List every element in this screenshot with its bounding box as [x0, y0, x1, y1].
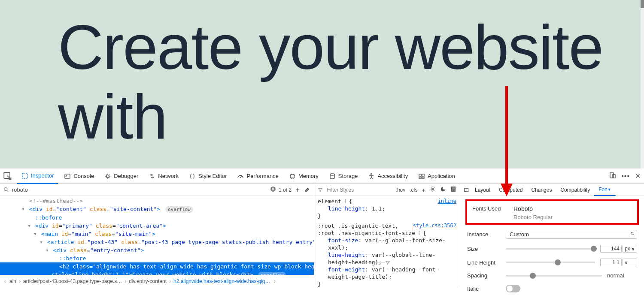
- filter-icon: [318, 187, 323, 193]
- svg-point-6: [371, 173, 372, 175]
- kebab-menu-icon[interactable]: •••: [621, 172, 630, 180]
- tab-compatibility[interactable]: Compatibility: [556, 184, 594, 196]
- dom-node[interactable]: <!--#masthead-->: [0, 197, 314, 205]
- tab-inspector[interactable]: Inspector: [17, 169, 58, 184]
- source-link[interactable]: style.css:3562: [413, 222, 456, 229]
- side-tabs-collapse-icon[interactable]: [462, 187, 471, 193]
- instance-select[interactable]: Custom: [506, 230, 637, 239]
- tab-fonts[interactable]: Fon ▼: [594, 184, 616, 196]
- dom-node[interactable]: ▾ <div id="content" class="site-content"…: [0, 205, 314, 214]
- spacing-row: Spacing normal: [467, 272, 637, 279]
- svg-rect-10: [422, 177, 424, 178]
- dom-node[interactable]: <h2 class="alignwide has-text-align-wide…: [0, 262, 314, 275]
- dom-node[interactable]: ::before: [0, 214, 314, 222]
- tab-application[interactable]: Application: [414, 169, 459, 184]
- devtools-tabbar: Inspector Console Debugger Network Style…: [0, 169, 644, 184]
- breadcrumb-item[interactable]: h2.alignwide.has-text-align-wide.has-gig…: [173, 278, 271, 284]
- svg-rect-8: [422, 174, 424, 176]
- tab-network[interactable]: Network: [144, 169, 183, 184]
- breadcrumb-item[interactable]: article#post-43.post-43.page.type-page.s…: [22, 278, 123, 284]
- dark-theme-icon[interactable]: [440, 186, 446, 193]
- new-rule-icon[interactable]: +: [422, 186, 425, 193]
- size-unit-select[interactable]: px ⇅: [623, 245, 637, 253]
- search-result-count: 1 of 2: [279, 187, 292, 193]
- devtools-body: 1 of 2 + <!--#masthead-->▾ <div id="cont…: [0, 184, 644, 287]
- tab-accessibility[interactable]: Accessibility: [364, 169, 412, 184]
- svg-point-3: [106, 175, 109, 178]
- svg-rect-17: [465, 188, 468, 192]
- search-icon: [3, 187, 9, 193]
- viewport-scrollbar-thumb[interactable]: [641, 0, 644, 8]
- svg-point-5: [330, 174, 334, 175]
- chevron-down-icon: ▼: [608, 187, 611, 192]
- filter-styles-input[interactable]: [327, 187, 392, 193]
- css-rule[interactable]: style.css:3562:root .is-gigantic-text, :…: [318, 222, 456, 287]
- page-heading: Create your website with: [58, 13, 644, 151]
- styles-panel: :hov .cls + inlineelement ⦙ {line-height…: [314, 184, 460, 287]
- dom-node[interactable]: ▾ <div id="primary" class="content-area"…: [0, 222, 314, 230]
- spacing-slider[interactable]: [506, 275, 602, 277]
- side-panel-tabs: Layout Computed Changes Compatibility Fo…: [460, 184, 644, 196]
- element-picker-icon[interactable]: [3, 172, 12, 181]
- hov-toggle[interactable]: :hov: [396, 187, 406, 193]
- tab-changes[interactable]: Changes: [527, 184, 556, 196]
- dom-search-bar: 1 of 2 +: [0, 184, 314, 196]
- size-value-input[interactable]: 144: [600, 245, 622, 253]
- italic-toggle[interactable]: [506, 285, 520, 292]
- responsive-mode-icon[interactable]: [609, 172, 616, 181]
- line-height-row: Line Height 1.1 ⇅: [467, 259, 637, 266]
- tab-performance[interactable]: Performance: [233, 169, 283, 184]
- size-row: Size 144 px ⇅: [467, 245, 637, 253]
- cls-toggle[interactable]: .cls: [410, 187, 417, 193]
- breadcrumb-item[interactable]: ain: [9, 278, 17, 284]
- print-styles-icon[interactable]: [450, 186, 456, 193]
- tab-layout[interactable]: Layout: [471, 184, 495, 196]
- svg-point-15: [431, 188, 434, 190]
- breadcrumb-item[interactable]: div.entry-content: [128, 278, 167, 284]
- dom-tree[interactable]: <!--#masthead-->▾ <div id="content" clas…: [0, 196, 314, 275]
- dom-node[interactable]: ▾ <div class="entry-content">: [0, 246, 314, 254]
- svg-rect-4: [291, 175, 294, 178]
- dom-node[interactable]: ▾ <article id="post-43" class="post-43 p…: [0, 238, 314, 246]
- page-viewport: Create your website with: [0, 0, 644, 169]
- twisty-icon[interactable]: ▾: [39, 238, 44, 246]
- add-element-icon[interactable]: +: [294, 187, 301, 193]
- tab-debugger[interactable]: Debugger: [100, 169, 143, 184]
- twisty-icon[interactable]: ▾: [27, 222, 32, 230]
- svg-rect-12: [613, 175, 615, 178]
- size-slider[interactable]: [506, 248, 595, 250]
- overflow-badge[interactable]: overflow: [258, 272, 286, 275]
- tab-computed[interactable]: Computed: [495, 184, 527, 196]
- spacing-value: normal: [607, 272, 637, 279]
- styles-rules[interactable]: inlineelement ⦙ {line-height: 1.1;}style…: [314, 196, 460, 287]
- twisty-icon[interactable]: ▾: [21, 205, 26, 213]
- line-height-value-input[interactable]: 1.1: [600, 259, 622, 266]
- fonts-used-box: Fonts Used Roboto Roboto Regular: [465, 199, 639, 225]
- tab-storage[interactable]: Storage: [325, 169, 362, 184]
- overflow-badge[interactable]: overflow: [165, 206, 193, 213]
- light-theme-icon[interactable]: [430, 186, 436, 193]
- eyedropper-icon[interactable]: [304, 187, 310, 193]
- breadcrumb: ‹ ain › article#post-43.post-43.page.typ…: [0, 275, 314, 287]
- dom-search-input[interactable]: [12, 187, 267, 193]
- close-devtools-icon[interactable]: ✕: [635, 172, 641, 180]
- styles-toolbar: :hov .cls +: [314, 184, 460, 196]
- instance-row: Instance Custom: [467, 230, 637, 239]
- line-height-slider[interactable]: [506, 262, 595, 263]
- css-rule[interactable]: inlineelement ⦙ {line-height: 1.1;}: [318, 198, 456, 220]
- svg-rect-11: [610, 173, 614, 178]
- source-link[interactable]: inline: [438, 198, 456, 205]
- line-height-unit-select[interactable]: ⇅: [623, 259, 637, 266]
- tab-memory[interactable]: Memory: [285, 169, 323, 184]
- tab-style-editor[interactable]: Style Editor: [185, 169, 231, 184]
- breadcrumb-next-icon[interactable]: ›: [271, 278, 278, 284]
- dom-node[interactable]: ::before: [0, 254, 314, 262]
- twisty-icon[interactable]: ▾: [33, 230, 38, 238]
- viewport-scrollbar-track[interactable]: [641, 0, 644, 169]
- twisty-icon[interactable]: ▾: [46, 246, 50, 254]
- tab-console[interactable]: Console: [60, 169, 98, 184]
- svg-rect-2: [65, 174, 70, 178]
- clear-search-icon[interactable]: [270, 186, 276, 194]
- dom-node[interactable]: ▾ <main id="main" class="site-main">: [0, 230, 314, 238]
- breadcrumb-prev-icon[interactable]: ‹: [2, 278, 9, 284]
